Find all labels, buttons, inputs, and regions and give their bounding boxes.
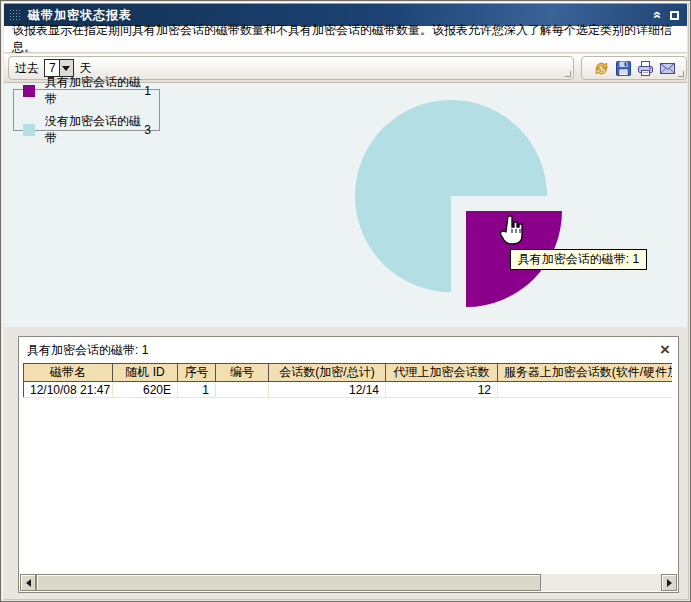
table-row[interactable]: 12/10/08 21:47 620E 1 12/14 12 — [24, 382, 673, 398]
legend-swatch-unencrypted — [23, 124, 35, 136]
col-random-id[interactable]: 随机 ID — [113, 364, 178, 382]
chart-tooltip: 具有加密会话的磁带: 1 — [510, 249, 647, 270]
col-sessions[interactable]: 会话数(加密/总计) — [269, 364, 386, 382]
scrollbar-thumb[interactable] — [36, 574, 541, 591]
scroll-left-arrow-icon[interactable] — [20, 574, 36, 591]
cell-random-id: 620E — [113, 382, 178, 398]
legend-value: 3 — [144, 123, 153, 137]
collapse-icon[interactable]: « — [652, 11, 664, 19]
col-serial[interactable]: 序号 — [178, 364, 216, 382]
legend-item-encrypted[interactable]: 具有加密会话的磁带 1 — [20, 74, 153, 108]
cell-number — [216, 382, 269, 398]
cell-agent-sessions: 12 — [386, 382, 498, 398]
window-body: 磁带加密状态报表 « 该报表显示在指定期间具有加密会话的磁带数量和不具有加密会话… — [2, 2, 689, 600]
legend-value: 1 — [144, 84, 153, 98]
report-window: 磁带加密状态报表 « 该报表显示在指定期间具有加密会话的磁带数量和不具有加密会话… — [0, 0, 691, 602]
cell-sessions: 12/14 — [269, 382, 386, 398]
col-tape-name[interactable]: 磁带名 — [24, 364, 113, 382]
pie-chart — [351, 96, 566, 311]
detail-table: 磁带名 随机 ID 序号 编号 会话数(加密/总计) 代理上加密会话数 服务器上… — [23, 363, 672, 398]
table-header-row: 磁带名 随机 ID 序号 编号 会话数(加密/总计) 代理上加密会话数 服务器上… — [24, 364, 673, 382]
drag-grip-icon[interactable] — [9, 9, 22, 22]
col-server-sessions[interactable]: 服务器上加密会话数(软件/硬件加密 — [498, 364, 673, 382]
horizontal-scrollbar[interactable] — [20, 574, 677, 591]
report-description: 该报表显示在指定期间具有加密会话的磁带数量和不具有加密会话的磁带数量。该报表允许… — [4, 26, 687, 53]
print-icon[interactable] — [636, 59, 654, 77]
close-icon[interactable]: × — [660, 343, 670, 357]
cell-tape-name: 12/10/08 21:47 — [24, 382, 113, 398]
scroll-right-arrow-icon[interactable] — [661, 574, 677, 591]
legend-swatch-encrypted — [23, 85, 35, 97]
col-number[interactable]: 编号 — [216, 364, 269, 382]
maximize-icon[interactable] — [670, 11, 679, 20]
detail-panel-title: 具有加密会话的磁带: 1 — [27, 342, 148, 359]
section-corner-grip — [678, 71, 684, 77]
cell-server-sessions — [498, 382, 673, 398]
window-title: 磁带加密状态报表 — [28, 7, 132, 24]
hand-cursor-icon — [499, 214, 526, 247]
cell-serial: 1 — [178, 382, 216, 398]
save-icon[interactable] — [614, 59, 632, 77]
actions-section — [581, 56, 687, 80]
email-icon[interactable] — [658, 59, 676, 77]
detail-table-wrap: 磁带名 随机 ID 序号 编号 会话数(加密/总计) 代理上加密会话数 服务器上… — [23, 363, 672, 398]
legend-item-unencrypted[interactable]: 没有加密会话的磁带 3 — [20, 113, 153, 147]
chart-legend: 具有加密会话的磁带 1 没有加密会话的磁带 3 — [13, 89, 160, 131]
detail-panel: 具有加密会话的磁带: 1 × 磁带名 随机 ID 序号 编号 — [18, 336, 679, 593]
scrollbar-track[interactable] — [541, 574, 661, 591]
legend-label: 具有加密会话的磁带 — [45, 74, 144, 108]
pie-chart-region: 具有加密会话的磁带 1 没有加密会话的磁带 3 具有加密会话的磁带: — [4, 83, 687, 327]
refresh-icon[interactable] — [592, 59, 610, 77]
section-corner-grip — [565, 71, 571, 77]
detail-panel-header: 具有加密会话的磁带: 1 × — [19, 337, 678, 361]
legend-label: 没有加密会话的磁带 — [45, 113, 144, 147]
col-agent-sessions[interactable]: 代理上加密会话数 — [386, 364, 498, 382]
